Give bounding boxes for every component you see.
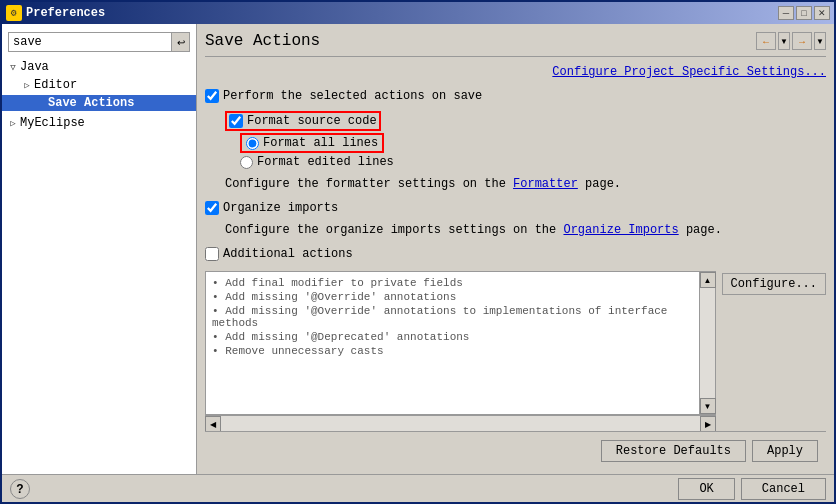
formatter-info-text: Configure the formatter settings on the — [225, 177, 513, 191]
format-edited-radio[interactable] — [240, 156, 253, 169]
organize-info: Configure the organize imports settings … — [225, 223, 826, 237]
additional-sidebar: Configure... — [722, 271, 826, 431]
additional-list-wrapper: • Add final modifier to private fields •… — [205, 271, 716, 415]
list-item: • Add final modifier to private fields — [212, 276, 693, 290]
config-link-row: Configure Project Specific Settings... — [205, 65, 826, 79]
tree-label-myeclipse: MyEclipse — [20, 116, 85, 130]
list-hscroll: ◀ ▶ — [205, 415, 716, 431]
organize-info-text: Configure the organize imports settings … — [225, 223, 563, 237]
nav-forward-arrow-button[interactable]: ▼ — [814, 32, 826, 50]
additional-list-container: • Add final modifier to private fields •… — [205, 271, 716, 431]
help-button[interactable]: ? — [10, 479, 30, 499]
window-controls: ─ □ ✕ — [778, 6, 830, 20]
scroll-right-button[interactable]: ▶ — [700, 416, 716, 432]
tree-item-myeclipse[interactable]: ▷ MyEclipse — [2, 112, 196, 132]
perform-actions-label: Perform the selected actions on save — [223, 89, 482, 103]
footer-buttons: OK Cancel — [678, 478, 826, 500]
nav-back-arrow-button[interactable]: ▼ — [778, 32, 790, 50]
maximize-button[interactable]: □ — [796, 6, 812, 20]
organize-imports-label: Organize imports — [223, 201, 338, 215]
formatter-link[interactable]: Formatter — [513, 177, 578, 191]
right-panel: Save Actions ← ▼ → ▼ Configure Project S… — [197, 24, 834, 474]
window-icon: ⚙ — [6, 5, 22, 21]
format-all-radio[interactable] — [246, 137, 259, 150]
format-source-section: Format source code Format all lines — [225, 109, 826, 171]
format-edited-label: Format edited lines — [257, 155, 394, 169]
list-item: • Add missing '@Deprecated' annotations — [212, 330, 693, 344]
list-item: • Remove unnecessary casts — [212, 344, 693, 358]
nav-back-button[interactable]: ← — [756, 32, 776, 50]
list-item: • Add missing '@Override' annotations to… — [212, 304, 693, 330]
preferences-window: ⚙ Preferences ─ □ ✕ ↩ ▽ Java — [0, 0, 836, 504]
perform-actions-row: Perform the selected actions on save — [205, 89, 826, 103]
expander-myeclipse: ▷ — [6, 116, 20, 130]
bottom-bar: Restore Defaults Apply — [205, 431, 826, 466]
cancel-button[interactable]: Cancel — [741, 478, 826, 500]
scroll-track — [700, 288, 715, 398]
organize-imports-checkbox[interactable] — [205, 201, 219, 215]
formatter-info: Configure the formatter settings on the … — [225, 177, 826, 191]
settings-content: Perform the selected actions on save For… — [205, 87, 826, 431]
search-bar: ↩ — [8, 32, 190, 52]
minimize-button[interactable]: ─ — [778, 6, 794, 20]
list-item: • Add missing '@Override' annotations — [212, 290, 693, 304]
additional-actions-row: Additional actions — [205, 247, 826, 261]
tree-item-editor[interactable]: ▷ Editor — [2, 76, 196, 94]
search-clear-button[interactable]: ↩ — [171, 33, 189, 51]
organize-imports-link[interactable]: Organize Imports — [563, 223, 678, 237]
perform-actions-checkbox[interactable] — [205, 89, 219, 103]
tree-item-java[interactable]: ▽ Java — [2, 58, 196, 76]
additional-actions-checkbox[interactable] — [205, 247, 219, 261]
tree-label-java: Java — [20, 60, 49, 74]
config-project-link[interactable]: Configure Project Specific Settings... — [552, 65, 826, 79]
organize-imports-row: Organize imports — [205, 201, 826, 215]
window-title: Preferences — [26, 6, 778, 20]
panel-header: Save Actions ← ▼ → ▼ — [205, 32, 826, 57]
format-source-row: Format source code — [225, 111, 826, 131]
list-vscroll: ▲ ▼ — [699, 272, 715, 414]
format-all-section: Format all lines Format edited lines — [240, 133, 826, 169]
additional-actions-label: Additional actions — [223, 247, 353, 261]
additional-actions-section: • Add final modifier to private fields •… — [205, 271, 826, 431]
expander-save-actions — [34, 96, 48, 110]
format-source-bordered: Format source code — [225, 111, 381, 131]
ok-button[interactable]: OK — [678, 478, 734, 500]
scroll-down-button[interactable]: ▼ — [700, 398, 716, 414]
main-content: ↩ ▽ Java ▷ Editor — [2, 24, 834, 474]
close-button[interactable]: ✕ — [814, 6, 830, 20]
format-edited-row: Format edited lines — [240, 155, 826, 169]
additional-list: • Add final modifier to private fields •… — [206, 272, 699, 414]
title-bar: ⚙ Preferences ─ □ ✕ — [2, 2, 834, 24]
tree-view: ▽ Java ▷ Editor Save Actions — [2, 56, 196, 470]
restore-defaults-button[interactable]: Restore Defaults — [601, 440, 746, 462]
nav-buttons: ← ▼ → ▼ — [756, 32, 826, 50]
tree-label-save-actions: Save Actions — [48, 96, 134, 110]
format-all-bordered: Format all lines — [240, 133, 384, 153]
organize-info-suffix: page. — [679, 223, 722, 237]
nav-forward-button[interactable]: → — [792, 32, 812, 50]
scroll-left-button[interactable]: ◀ — [205, 416, 221, 432]
tree-item-save-actions[interactable]: Save Actions — [2, 94, 196, 112]
expander-java: ▽ — [6, 60, 20, 74]
format-all-label: Format all lines — [263, 136, 378, 150]
format-all-row: Format all lines — [240, 133, 826, 153]
format-source-checkbox[interactable] — [229, 114, 243, 128]
scroll-up-button[interactable]: ▲ — [700, 272, 716, 288]
expander-editor: ▷ — [20, 78, 34, 92]
tree-label-editor: Editor — [34, 78, 77, 92]
format-source-label: Format source code — [247, 114, 377, 128]
apply-button[interactable]: Apply — [752, 440, 818, 462]
left-panel: ↩ ▽ Java ▷ Editor — [2, 24, 197, 474]
hscroll-track — [221, 416, 700, 431]
search-input[interactable] — [9, 33, 171, 51]
footer-bar: ? OK Cancel — [2, 474, 834, 502]
configure-button[interactable]: Configure... — [722, 273, 826, 295]
formatter-info-suffix: page. — [578, 177, 621, 191]
panel-title: Save Actions — [205, 32, 320, 50]
